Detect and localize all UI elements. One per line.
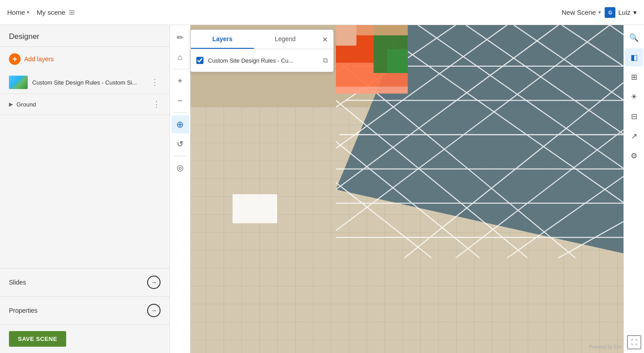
properties-section[interactable]: Properties → (0, 297, 169, 325)
close-panel-button[interactable]: ✕ (317, 30, 333, 49)
zoom-out-icon: − (178, 96, 182, 106)
scene-label: My scene (37, 9, 65, 16)
new-scene-label: New Scene (562, 9, 596, 16)
svg-rect-32 (336, 87, 408, 94)
scene-canvas (170, 25, 644, 353)
scene-icon: ⊞ (69, 8, 75, 17)
user-label: Luiz (618, 9, 631, 16)
sun-icon: ☀ (631, 92, 637, 102)
measure-tool-button[interactable]: ⊟ (625, 107, 643, 125)
add-layers-button[interactable]: + Add layers (0, 47, 169, 71)
user-menu-button[interactable]: G Luiz ▾ (605, 7, 637, 18)
svg-rect-29 (387, 49, 408, 73)
layers-tab[interactable]: Layers (191, 30, 254, 49)
compass-icon: ◎ (177, 163, 184, 173)
edit-icon: ✏ (177, 33, 183, 43)
rotate-tool-button[interactable]: ↺ (171, 135, 189, 153)
zoom-in-icon: + (178, 77, 182, 86)
home-icon: ⌂ (178, 53, 182, 62)
layers-tool-button[interactable]: ◧ (625, 48, 643, 66)
save-scene-button[interactable]: SAVE SCENE (9, 331, 66, 347)
sidebar-content: + Add layers Custom Site Design Rules - … (0, 47, 169, 268)
slides-label: Slides (9, 279, 26, 286)
floor-object (233, 194, 277, 223)
top-navigation: Home ▾ My scene ⊞ New Scene ▾ G Luiz ▾ (0, 0, 644, 25)
add-layers-label: Add layers (24, 55, 54, 63)
search-tool-button[interactable]: 🔍 (625, 29, 643, 47)
edit-tool-button[interactable]: ✏ (171, 29, 189, 47)
layers-icon: ◧ (631, 53, 638, 62)
home-label: Home (7, 9, 25, 16)
ground-group-item[interactable]: ▶ Ground ⋮ (0, 94, 169, 115)
ground-label: Ground (17, 101, 149, 108)
grid-icon: ⊞ (631, 72, 637, 82)
slides-section[interactable]: Slides → (0, 268, 169, 297)
move-tool-button[interactable]: ⊕ (171, 115, 189, 133)
layers-panel: Layers Legend ✕ Custom Site Design Rules… (191, 30, 334, 72)
add-icon: + (9, 53, 21, 65)
new-scene-button[interactable]: New Scene ▾ (562, 9, 602, 16)
properties-arrow-icon[interactable]: → (147, 304, 161, 317)
fullscreen-button[interactable]: ⛶ (627, 335, 641, 349)
settings-tool-button[interactable]: ⚙ (625, 147, 643, 165)
user-avatar: G (605, 7, 615, 18)
powered-by-label: Powered by Esri (589, 344, 622, 349)
layer-options-icon[interactable]: ⧉ (323, 56, 328, 64)
toolbar-divider-2 (174, 112, 187, 113)
new-scene-chevron-icon: ▾ (598, 9, 601, 15)
map-area[interactable]: ✏ ⌂ + − ⊕ ↺ ◎ (170, 25, 644, 353)
layers-panel-body: Custom Site Design Rules - Cu... ⧉ (191, 49, 333, 72)
export-tool-button[interactable]: ↗ (625, 127, 643, 145)
sidebar-title: Designer (0, 25, 169, 47)
layers-panel-header: Layers Legend ✕ (191, 30, 333, 49)
user-chevron-icon: ▾ (633, 9, 637, 17)
nav-right: New Scene ▾ G Luiz ▾ (562, 7, 637, 18)
home-chevron-icon: ▾ (27, 9, 30, 15)
layer-thumbnail (9, 76, 28, 89)
zoom-out-button[interactable]: − (171, 92, 189, 110)
layer-menu-button[interactable]: ⋮ (149, 77, 161, 88)
settings-icon: ⚙ (631, 151, 637, 161)
map-toolbar: ✏ ⌂ + − ⊕ ↺ ◎ (170, 25, 191, 353)
rotate-icon: ↺ (177, 139, 183, 149)
panel-layer-name: Custom Site Design Rules - Cu... (208, 57, 318, 64)
layer-item[interactable]: Custom Site Design Rules - Custom Si... … (0, 71, 169, 94)
move-icon: ⊕ (176, 119, 184, 130)
fullscreen-icon: ⛶ (631, 339, 637, 346)
grid-tool-button[interactable]: ⊞ (625, 68, 643, 86)
toolbar-divider-3 (174, 156, 187, 156)
sidebar-bottom: Slides → Properties → SAVE SCENE (0, 268, 169, 353)
main-layout: Designer + Add layers Custom Site Design… (0, 25, 644, 353)
home-nav-item[interactable]: Home ▾ (7, 9, 30, 16)
search-icon: 🔍 (629, 33, 639, 43)
zoom-in-button[interactable]: + (171, 72, 189, 90)
panel-layer-row: Custom Site Design Rules - Cu... ⧉ (196, 54, 328, 67)
left-sidebar: Designer + Add layers Custom Site Design… (0, 25, 170, 353)
layer-name: Custom Site Design Rules - Custom Si... (32, 79, 144, 86)
toolbar-divider (174, 69, 187, 69)
ground-menu-button[interactable]: ⋮ (153, 99, 161, 109)
ground-chevron-icon: ▶ (9, 101, 13, 107)
svg-rect-31 (336, 25, 356, 46)
scene-nav-item[interactable]: My scene ⊞ (37, 8, 75, 17)
nav-left: Home ▾ My scene ⊞ (7, 8, 75, 17)
home-tool-button[interactable]: ⌂ (171, 48, 189, 66)
building-structure (336, 25, 644, 304)
right-toolbar: 🔍 ◧ ⊞ ☀ ⊟ ↗ ⚙ (623, 25, 644, 353)
measure-icon: ⊟ (631, 112, 637, 121)
legend-tab[interactable]: Legend (254, 30, 317, 49)
slides-arrow-icon[interactable]: → (147, 276, 161, 289)
export-icon: ↗ (631, 132, 637, 141)
layer-visibility-checkbox[interactable] (196, 57, 203, 64)
properties-label: Properties (9, 307, 38, 314)
sun-tool-button[interactable]: ☀ (625, 88, 643, 106)
compass-button[interactable]: ◎ (171, 159, 189, 177)
